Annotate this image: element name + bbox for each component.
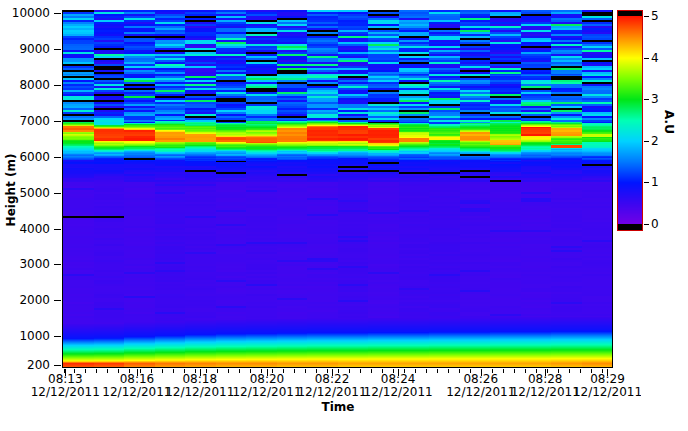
- colorbar: [617, 10, 643, 231]
- y-tick-label: 1000: [2, 329, 50, 343]
- x-date-label: 12/12/2011: [573, 385, 641, 399]
- x-tick-mark: [426, 369, 427, 373]
- y-tick-label: 10000: [2, 6, 50, 20]
- y-tick-label: 9000: [2, 42, 50, 56]
- x-time-label: 08:29: [590, 372, 625, 386]
- x-date-label: 12/12/2011: [364, 385, 433, 399]
- x-axis-date-labels: 12/12/201112/12/201112/12/201112/12/2011…: [0, 385, 641, 400]
- y-tick-mark: [54, 13, 61, 14]
- x-time-label: 08:20: [250, 372, 285, 386]
- y-tick-mark: [54, 300, 61, 301]
- colorbar-tick-mark: [644, 99, 649, 100]
- x-tick-mark: [514, 369, 515, 373]
- colorbar-tick-mark: [644, 182, 649, 183]
- y-tick-mark: [54, 264, 61, 265]
- x-date-label: 12/12/2011: [446, 385, 515, 399]
- x-tick-mark: [437, 369, 438, 373]
- x-tick-mark: [85, 369, 86, 373]
- colorbar-tick-mark: [644, 141, 649, 142]
- x-time-label: 08:24: [381, 372, 416, 386]
- y-tick-label: 2000: [2, 293, 50, 307]
- y-tick-label: 200: [2, 358, 50, 372]
- y-tick-label: 4000: [2, 222, 50, 236]
- x-tick-mark: [371, 369, 372, 373]
- x-tick-mark: [173, 369, 174, 373]
- y-tick-label: 7000: [2, 114, 50, 128]
- x-tick-mark: [239, 369, 240, 373]
- colorbar-tick-label: 5: [651, 9, 665, 23]
- x-tick-mark: [448, 369, 449, 373]
- x-time-label: 08:18: [182, 372, 217, 386]
- colorbar-tick-label: 4: [651, 51, 665, 65]
- y-tick-label: 6000: [2, 150, 50, 164]
- x-tick-mark: [305, 369, 306, 373]
- x-tick-mark: [217, 369, 218, 373]
- colorbar-tick-label: 1: [651, 175, 665, 189]
- x-time-label: 08:22: [315, 372, 350, 386]
- colorbar-tick-label: 0: [651, 217, 665, 231]
- x-tick-mark: [360, 369, 361, 373]
- x-time-label: 08:26: [463, 372, 498, 386]
- lidar-quicklook-figure: Height (m) 10000900080007000600050004000…: [0, 0, 688, 431]
- y-tick-mark: [54, 229, 61, 230]
- y-tick-mark: [54, 121, 61, 122]
- x-tick-mark: [294, 369, 295, 373]
- colorbar-tick-label: 3: [651, 92, 665, 106]
- x-tick-mark: [459, 369, 460, 373]
- y-tick-mark: [54, 193, 61, 194]
- y-tick-mark: [54, 49, 61, 50]
- x-date-label: 12/12/2011: [232, 385, 301, 399]
- colorbar-tick-label: 2: [651, 134, 665, 148]
- y-tick-mark: [54, 85, 61, 86]
- y-tick-mark: [54, 157, 61, 158]
- x-tick-mark: [503, 369, 504, 373]
- x-date-label: 12/12/2011: [31, 385, 100, 399]
- colorbar-tick-mark: [644, 16, 649, 17]
- y-tick-label: 5000: [2, 186, 50, 200]
- x-tick-mark: [525, 369, 526, 373]
- x-tick-mark: [580, 369, 581, 373]
- y-tick-label: 8000: [2, 78, 50, 92]
- x-time-label: 08:13: [48, 372, 83, 386]
- heatmap-plot: [62, 10, 613, 368]
- x-date-label: 12/12/2011: [165, 385, 234, 399]
- x-tick-mark: [569, 369, 570, 373]
- x-date-label: 12/12/2011: [297, 385, 366, 399]
- y-tick-label: 3000: [2, 257, 50, 271]
- colorbar-tick-mark: [644, 58, 649, 59]
- x-tick-mark: [228, 369, 229, 373]
- x-time-label: 08:28: [528, 372, 563, 386]
- x-tick-mark: [107, 369, 108, 373]
- y-tick-mark: [54, 365, 61, 366]
- colorbar-tick-mark: [644, 224, 649, 225]
- x-date-label: 12/12/2011: [102, 385, 171, 399]
- colorbar-title: A.U: [662, 110, 676, 134]
- x-time-label: 08:16: [120, 372, 155, 386]
- x-date-label: 12/12/2011: [511, 385, 580, 399]
- x-tick-mark: [162, 369, 163, 373]
- x-tick-mark: [96, 369, 97, 373]
- x-axis-title: Time: [322, 400, 355, 414]
- y-tick-mark: [54, 336, 61, 337]
